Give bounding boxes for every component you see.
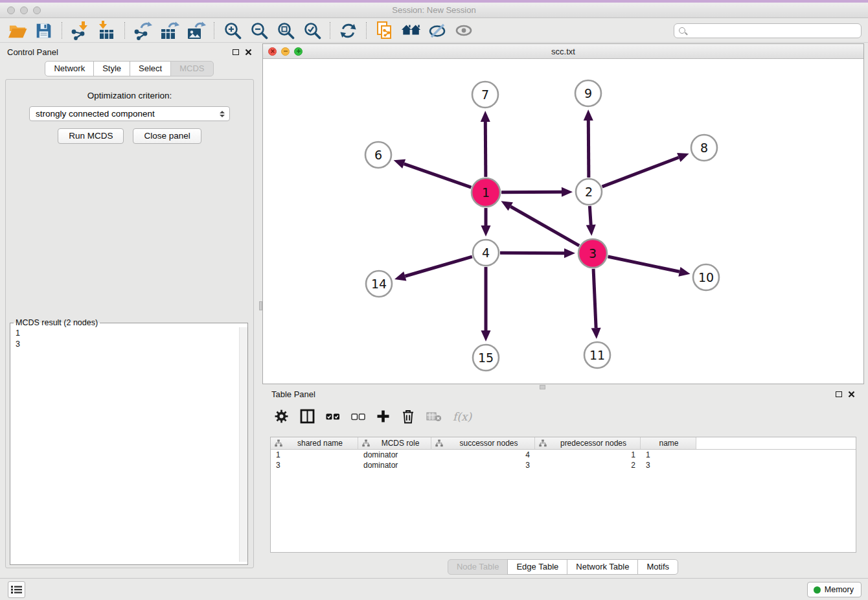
float-table-panel-icon[interactable] bbox=[836, 391, 842, 397]
application-window: Session: New Session bbox=[0, 0, 868, 600]
close-window-button[interactable] bbox=[7, 6, 15, 14]
zoom-network-button[interactable] bbox=[294, 47, 303, 56]
hide-panel-button[interactable] bbox=[451, 20, 477, 41]
table-options-button[interactable] bbox=[274, 408, 289, 426]
graph-edge-3-11[interactable] bbox=[593, 269, 596, 328]
tab-select[interactable]: Select bbox=[130, 61, 171, 76]
tab-network[interactable]: Network bbox=[45, 61, 94, 76]
table-toolbar: f(x) bbox=[262, 402, 864, 430]
zoom-in-button[interactable] bbox=[219, 20, 246, 41]
close-network-button[interactable] bbox=[268, 47, 277, 56]
minimize-window-button[interactable] bbox=[20, 6, 28, 14]
delete-table-button[interactable] bbox=[426, 408, 442, 426]
import-network-icon bbox=[71, 21, 90, 40]
memory-label: Memory bbox=[825, 585, 854, 594]
import-network-button[interactable] bbox=[67, 20, 93, 41]
minimize-network-button[interactable] bbox=[281, 47, 290, 56]
graph-edge-4-14[interactable] bbox=[405, 257, 472, 276]
graph-edge-arrowhead bbox=[394, 271, 406, 281]
run-mcds-button[interactable]: Run MCDS bbox=[58, 128, 124, 144]
table-row[interactable]: 1dominator411 bbox=[271, 450, 856, 460]
tab-motifs[interactable]: Motifs bbox=[637, 559, 678, 575]
zoom-fit-content-button[interactable] bbox=[272, 20, 299, 41]
float-panel-icon[interactable] bbox=[233, 49, 239, 55]
cell-name[interactable]: 3 bbox=[641, 461, 696, 470]
network-canvas: 1234678910111415 bbox=[263, 59, 863, 384]
show-graphics-details-button[interactable] bbox=[424, 20, 451, 41]
zoom-out-button[interactable] bbox=[246, 20, 272, 41]
search-input[interactable] bbox=[685, 26, 861, 36]
export-image-button[interactable] bbox=[183, 20, 209, 41]
apply-preferred-layout-button[interactable] bbox=[335, 20, 361, 41]
cell-predecessor-nodes[interactable]: 2 bbox=[535, 461, 641, 470]
cell-shared-name[interactable]: 3 bbox=[271, 461, 358, 470]
graph-edge-3-10[interactable] bbox=[608, 257, 679, 271]
open-folder-icon bbox=[8, 22, 27, 40]
graph-edge-2-3[interactable] bbox=[589, 206, 591, 225]
cell-mcds-role[interactable]: dominator bbox=[358, 461, 431, 470]
zoom-in-icon bbox=[223, 21, 242, 40]
column-header-shared-name[interactable]: shared name bbox=[271, 437, 358, 449]
create-column-button[interactable] bbox=[376, 408, 390, 426]
tab-network-table[interactable]: Network Table bbox=[567, 559, 638, 575]
close-panel-button[interactable]: Close panel bbox=[133, 128, 201, 144]
zoom-selected-button[interactable] bbox=[299, 20, 325, 41]
table-panel-header: Table Panel bbox=[262, 386, 864, 402]
graph-node-label: 7 bbox=[481, 87, 489, 102]
graph-node-label: 6 bbox=[374, 148, 382, 162]
column-header-mcds-role[interactable]: MCDS role bbox=[358, 437, 431, 449]
maximize-window-button[interactable] bbox=[33, 6, 41, 14]
network-window-lights bbox=[268, 47, 303, 56]
fx-icon: f(x) bbox=[453, 410, 472, 423]
plus-glyph-icon bbox=[296, 49, 301, 54]
unselect-all-columns-button[interactable] bbox=[351, 408, 365, 426]
column-header-name[interactable]: name bbox=[641, 437, 696, 449]
new-network-from-selection-button[interactable] bbox=[371, 20, 398, 41]
export-table-icon bbox=[160, 21, 179, 40]
column-header-successor-nodes[interactable]: successor nodes bbox=[431, 437, 535, 449]
cell-predecessor-nodes[interactable]: 1 bbox=[535, 450, 641, 459]
graph-edge-4-3[interactable] bbox=[500, 253, 564, 253]
column-type-icon bbox=[539, 439, 547, 447]
cell-shared-name[interactable]: 1 bbox=[271, 450, 358, 459]
close-panel-icon[interactable] bbox=[245, 49, 252, 56]
column-header-predecessor-nodes[interactable]: predecessor nodes bbox=[535, 437, 641, 449]
cell-successor-nodes[interactable]: 4 bbox=[431, 450, 535, 459]
graph-edge-2-9[interactable] bbox=[588, 121, 589, 178]
save-floppy-icon bbox=[35, 22, 52, 40]
table-row[interactable]: 3dominator323 bbox=[271, 460, 856, 470]
export-network-button[interactable] bbox=[130, 20, 156, 41]
graph-edge-1-6[interactable] bbox=[404, 164, 472, 187]
cell-name[interactable]: 1 bbox=[641, 450, 696, 459]
network-view[interactable]: 1234678910111415 bbox=[263, 59, 863, 384]
criterion-select[interactable]: strongly connected component bbox=[29, 106, 230, 121]
graph-edge-1-2[interactable] bbox=[501, 192, 562, 192]
import-table-button[interactable] bbox=[93, 20, 120, 41]
graph-edge-3-1[interactable] bbox=[510, 207, 579, 246]
import-table-icon bbox=[98, 21, 116, 40]
columns-icon bbox=[300, 409, 315, 424]
open-session-button[interactable] bbox=[4, 20, 30, 41]
tab-mcds[interactable]: MCDS bbox=[170, 61, 213, 76]
table-body: 1dominator4113dominator323 bbox=[271, 450, 856, 470]
graph-edge-2-8[interactable] bbox=[602, 157, 679, 187]
select-all-columns-button[interactable] bbox=[326, 408, 340, 426]
show-panel-list-button[interactable] bbox=[8, 581, 25, 598]
tab-edge-table[interactable]: Edge Table bbox=[507, 559, 567, 575]
graph-edge-1-7[interactable] bbox=[485, 122, 486, 177]
network-overview-button[interactable] bbox=[398, 20, 424, 41]
close-table-panel-icon[interactable] bbox=[848, 391, 855, 398]
memory-button[interactable]: Memory bbox=[807, 582, 862, 597]
cell-mcds-role[interactable]: dominator bbox=[358, 450, 431, 459]
export-table-button[interactable] bbox=[156, 20, 183, 41]
cell-successor-nodes[interactable]: 3 bbox=[431, 461, 535, 470]
save-session-button[interactable] bbox=[30, 20, 57, 41]
tab-node-table[interactable]: Node Table bbox=[448, 559, 508, 575]
tab-style[interactable]: Style bbox=[93, 61, 130, 76]
search-icon bbox=[679, 27, 685, 34]
delete-columns-button[interactable] bbox=[401, 408, 415, 426]
result-scrollbar[interactable] bbox=[239, 327, 247, 562]
show-column-button[interactable] bbox=[300, 408, 315, 426]
table-panel: Table Panel bbox=[262, 386, 864, 577]
function-builder-button[interactable]: f(x) bbox=[453, 408, 472, 426]
